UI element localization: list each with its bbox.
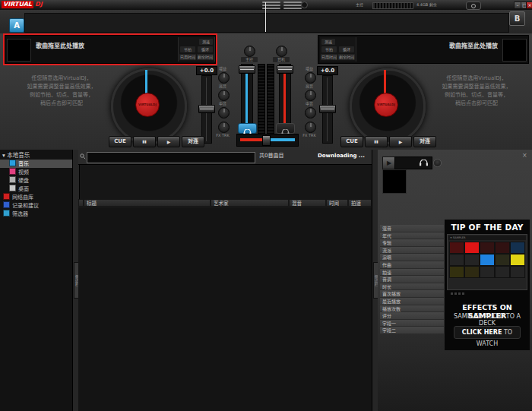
sampler-caption: ≡ SAMPLER (448, 236, 526, 240)
deck-b-promo-text: 任您随意选用VirtualDJ， 如果需要调整音量高低效果， 例如节拍、切点、音… (423, 74, 530, 108)
file-tree-sidebar: ▾ 本地音乐 音乐 视频 硬盘 桌面 网络曲库 记录和建议 筛选器 (0, 150, 72, 411)
promo-line: 任您随意选用VirtualDJ， (8, 74, 116, 83)
panel-close-icon[interactable]: × (522, 153, 527, 159)
browser-toolbar: 共0首曲目 Downloading ... (78, 150, 372, 165)
deck-a-badge[interactable]: A (9, 18, 24, 33)
deck-b-badge[interactable]: B (509, 11, 525, 26)
crossfader-handle[interactable] (262, 135, 271, 146)
beat-marker-line (265, 2, 266, 32)
field-custom1[interactable]: 字段一 (380, 320, 444, 327)
tracklist-body[interactable] (78, 207, 372, 411)
column-remix[interactable]: 混音 (289, 199, 326, 207)
column-bpm[interactable]: 拍速 (348, 199, 372, 207)
column-artist[interactable]: 艺术家 (211, 199, 289, 207)
sidebar-item-desktop[interactable]: 桌面 (9, 185, 29, 193)
deck-b-beat-label: 节拍 (321, 46, 337, 52)
deck-a-vu-meter (258, 64, 265, 138)
sampler-pad (510, 242, 525, 254)
deck-a-sync-button[interactable]: 对连 (182, 136, 204, 147)
deck-a-bpm-label: 测速 (199, 39, 213, 45)
deck-a-high-knob[interactable] (218, 90, 230, 101)
deck-b-vu-meter (267, 64, 274, 138)
deck-b-high-knob[interactable] (305, 90, 316, 101)
deck-b-fader-handle[interactable] (277, 65, 293, 74)
sidebar-item-harddrive[interactable]: 硬盘 (9, 176, 29, 185)
deck-a-title-box[interactable]: 歌曲拖至此处播放 测速 节拍 循环 已用时间 剩余时间 (5, 35, 216, 64)
crossfader[interactable] (236, 134, 299, 147)
rhythm-window (0, 10, 532, 34)
column-time[interactable]: 时间 (326, 199, 348, 207)
deck-a-album-art (7, 39, 31, 62)
field-rating[interactable]: 评分 (380, 312, 444, 320)
deck-b-title-box[interactable]: 测速 节拍 循环 已用时间 剩余时间 歌曲拖至此处播放 (318, 35, 529, 64)
deck-b-play-button[interactable]: ▶ (389, 136, 412, 147)
search-input[interactable] (87, 152, 255, 163)
field-key[interactable]: 音调 (380, 276, 444, 283)
field-play-count[interactable]: 播放次数 (380, 305, 444, 313)
field-remix[interactable]: 混音 (380, 225, 444, 232)
deck-b-mid-knob[interactable] (305, 107, 316, 119)
field-custom2[interactable]: 字段二 (380, 327, 444, 334)
deck-b-pause-button[interactable]: ▮▮ (365, 136, 388, 147)
deck-a-promo-text: 任您随意选用VirtualDJ， 如果需要调整音量高低效果， 例如节拍、切点、音… (8, 74, 116, 108)
tree-root[interactable]: ▾ 本地音乐 (2, 151, 30, 160)
deck-b-low-knob[interactable] (305, 122, 316, 133)
status-text: 4.4GB 剩余 (416, 2, 437, 8)
close-button[interactable]: × (526, 2, 532, 9)
status-dot-icon (301, 2, 308, 8)
tracklist-header: 标题 艺术家 混音 时间 拍速 (78, 199, 372, 207)
sidebar-item-history[interactable]: 记录和建议 (3, 201, 39, 210)
promo-line: 例如节拍、切点、音量等， (423, 91, 530, 100)
deck-a-pfl-button[interactable] (238, 123, 257, 134)
field-genre[interactable]: 流派 (380, 247, 444, 255)
sidebar-item-music[interactable]: 音乐 (0, 160, 72, 168)
deck-a-elapsed-label: 已用时间 (179, 54, 196, 60)
preview-scrub-bar[interactable] (394, 156, 432, 169)
deck-a-pause-button[interactable]: ▮▮ (133, 136, 156, 147)
music-icon (9, 160, 16, 166)
deck-a-cue-button[interactable]: CUE (109, 136, 131, 147)
headphone-volume-knob[interactable] (276, 46, 287, 57)
sidebar-item-netsearch[interactable]: 网络曲库 (3, 193, 33, 201)
field-last-play[interactable]: 最近播放 (380, 298, 444, 305)
sampler-pad (510, 254, 525, 266)
deck-b-sync-button[interactable]: 对连 (413, 136, 436, 147)
deck-a-play-button[interactable]: ▶ (157, 136, 180, 147)
deck-b-pfl-button[interactable] (276, 123, 295, 134)
tree-root-label: 本地音乐 (7, 152, 30, 159)
deck-a-gain-knob[interactable] (218, 72, 230, 84)
tip-watch-button[interactable]: CLICK HERE TO WATCH (454, 326, 521, 339)
sidebar-item-video[interactable]: 视频 (9, 168, 29, 176)
field-first-play[interactable]: 首次播放 (380, 290, 444, 298)
sampler-pad (510, 266, 525, 278)
master-volume-knob[interactable] (244, 46, 255, 57)
deck-a-eq-mid-label: 中音 (210, 101, 236, 106)
sidebar-item-label: 筛选器 (12, 211, 28, 217)
tip-of-the-day: TIP OF THE DAY ≡ SAMPLER (445, 220, 530, 350)
search-icon (80, 153, 86, 160)
field-year[interactable]: 年代 (380, 232, 444, 240)
preview-volume-knob[interactable] (433, 159, 442, 167)
field-singer[interactable]: 演唱 (380, 254, 444, 261)
field-composer[interactable]: 作曲 (380, 261, 444, 269)
deck-a-track-title: 歌曲拖至此处播放 (36, 41, 84, 49)
rhythm-waveform (24, 13, 509, 33)
sampler-pad (449, 254, 464, 266)
deck-a-mid-knob[interactable] (218, 107, 230, 119)
sidebar-item-filters[interactable]: 筛选器 (3, 210, 28, 218)
field-length[interactable]: 时长 (380, 283, 444, 291)
column-title[interactable]: 标题 (84, 199, 211, 207)
deck-b-gain-knob[interactable] (305, 72, 316, 84)
tip-image: ≡ SAMPLER (447, 234, 527, 290)
sidebar-item-label: 网络曲库 (12, 194, 33, 201)
deck-b-eq-high-label: 高音 (296, 84, 322, 89)
deck-a-low-knob[interactable] (218, 122, 230, 133)
field-album[interactable]: 专辑 (380, 239, 444, 247)
app-logo: VIRTUAL (2, 1, 33, 8)
virtualdj-window: VIRTUAL DJ 主控 4.4GB 剩余 – ▢ × A B 歌曲拖至此处播… (0, 0, 532, 411)
deck-b-cue-button[interactable]: CUE (340, 136, 363, 147)
field-bpm[interactable]: 拍速 (380, 269, 444, 277)
record-button[interactable] (466, 2, 481, 10)
deck-a-fader-handle[interactable] (239, 65, 255, 74)
column-handle[interactable] (78, 199, 84, 207)
